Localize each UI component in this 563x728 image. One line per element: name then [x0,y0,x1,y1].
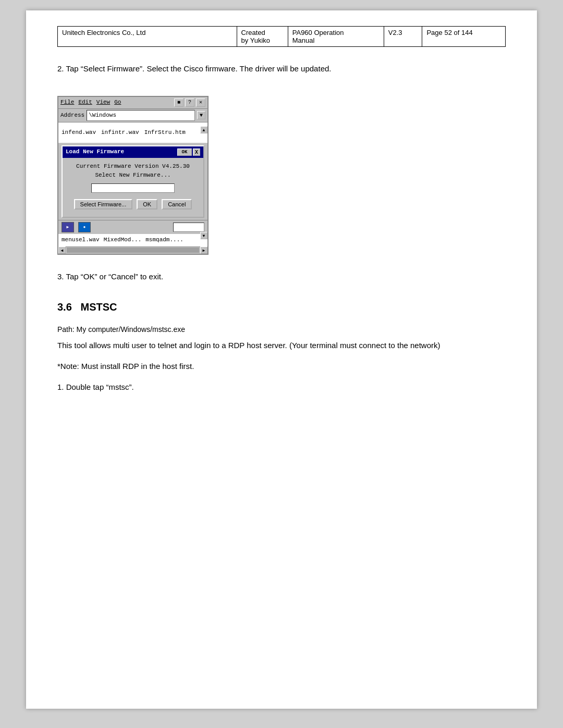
dialog-titlebar: Load New Firmware OK X [63,146,203,158]
screenshot: File Edit View Go ■ ? ✕ Address \Windows… [57,96,209,255]
header-company: Unitech Electronics Co., Ltd [58,27,237,47]
dialog-ok-title-btn[interactable]: OK [177,149,192,156]
dialog-title-btns: OK X [177,149,200,156]
address-field[interactable]: \Windows [87,110,195,121]
menu-edit[interactable]: Edit [78,98,92,107]
menu-go[interactable]: Go [114,98,121,107]
firmware-input[interactable] [91,183,175,193]
hscroll-right-btn[interactable]: ▶ [200,246,207,254]
address-dropdown-btn[interactable]: ▼ [197,111,205,119]
ok-action-btn[interactable]: OK [137,199,157,209]
step1-mstsc-text: 1. Double tap “mstsc”. [57,381,506,393]
description-text: This tool allows multi user to telnet an… [57,339,506,352]
address-label: Address [60,111,84,120]
body-content: 2. Tap “Select Firmware”. Select the Cis… [57,63,506,393]
file-infrstru: InfrStru.htm [144,128,186,138]
select-new-firmware-label: Select New Firmware... [70,171,196,180]
section-number: 3.6 [57,301,72,313]
header-version: V2.3 [384,27,422,47]
header-page: Page 52 of 144 [422,27,506,47]
scroll-down-btn[interactable]: ▼ [200,232,207,239]
file-mixedmod: MixedMod... [104,236,142,245]
header-manual: PA960 Operation Manual [288,27,384,47]
note-text: *Note: Must install RDP in the host firs… [57,360,506,373]
cancel-action-btn[interactable]: Cancel [162,199,192,209]
step3-text: 3. Tap “OK” or “Cancel” to exit. [57,270,506,283]
menubar-icons: ■ ? ✕ [174,98,205,107]
file-msmqadm: msmqadm.... [145,236,183,245]
menu-file[interactable]: File [60,98,74,107]
file-menusel: menusel.wav [62,236,100,245]
win-iconbar: ▶ ● [58,220,207,234]
hscroll-track [67,248,199,253]
hscroll-left-btn[interactable]: ◀ [58,246,66,254]
win-filenames-bottom: menusel.wav MixedMod... msmqadm.... ▼ [58,234,207,246]
dialog-title: Load New Firmware [66,147,124,157]
select-firmware-btn[interactable]: Select Firmware... [74,199,133,209]
firmware-version-text: Current Firmware Version V4.25.30 [70,162,196,171]
file-infintr: infintr.wav [101,128,139,138]
win-filelist-top: infend.wav infintr.wav InfrStru.htm ▲ [58,122,207,143]
toolbar-icon-2[interactable]: ? [185,98,194,107]
dialog-buttons: Select Firmware... OK Cancel [70,196,196,213]
bottom-icon-1: ▶ [62,222,74,232]
win-menubar: File Edit View Go ■ ? ✕ [58,97,207,109]
page: Unitech Electronics Co., Ltd Created by … [26,10,537,709]
menu-view[interactable]: View [96,98,110,107]
toolbar-icon-1[interactable]: ■ [174,98,183,107]
section-title: MSTSC [80,301,117,313]
header-created: Created by Yukiko [237,27,288,47]
toolbar-close[interactable]: ✕ [196,98,205,107]
bottom-file-box [173,223,204,232]
scroll-up-btn[interactable]: ▲ [200,126,207,133]
win-hscroll: ◀ ▶ [58,246,207,254]
path-text: Path: My computer/Windows/mstsc.exe [57,324,506,335]
header-table: Unitech Electronics Co., Ltd Created by … [57,26,506,47]
file-infend: infend.wav [62,128,96,138]
dialog-close-btn[interactable]: X [193,149,200,156]
section-heading: 3.6 MSTSC [57,299,506,315]
step2-text: 2. Tap “Select Firmware”. Select the Cis… [57,63,506,75]
win-dialog: Load New Firmware OK X Current Firmware … [62,145,204,218]
win-addressbar: Address \Windows ▼ [58,109,207,123]
dialog-body: Current Firmware Version V4.25.30 Select… [63,158,203,217]
bottom-icon-2: ● [78,222,91,232]
screenshot-container: File Edit View Go ■ ? ✕ Address \Windows… [57,96,209,255]
